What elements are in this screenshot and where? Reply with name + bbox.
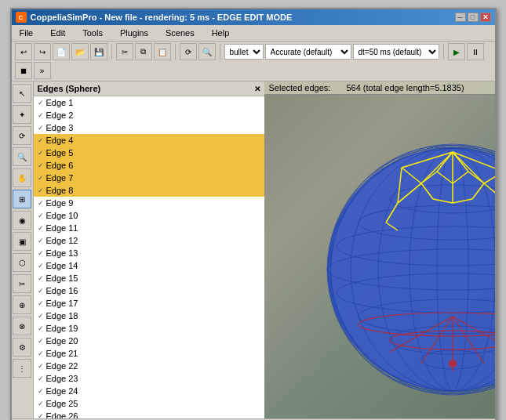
vtool-pan[interactable]: ✋ — [13, 168, 31, 187]
edge-list-close-button[interactable]: ✕ — [254, 85, 260, 93]
edge-list[interactable]: ✓Edge 1✓Edge 2✓Edge 3✓Edge 4✓Edge 5✓Edge… — [34, 96, 264, 418]
edge-item-18[interactable]: ✓Edge 18 — [34, 310, 264, 322]
vtool-face[interactable]: ▣ — [13, 232, 31, 251]
toolbar-redo[interactable]: ↪ — [34, 43, 51, 60]
menu-scenes[interactable]: Scenes — [161, 27, 199, 39]
edge-label-3: Edge 3 — [46, 123, 74, 132]
edge-check-26: ✓ — [38, 412, 44, 418]
toolbar-save[interactable]: 💾 — [90, 43, 107, 60]
toolbar-accurate-dropdown[interactable]: Accurate (default) — [265, 44, 351, 60]
vtool-extrude[interactable]: ⬡ — [13, 253, 31, 272]
edge-check-5: ✓ — [38, 149, 44, 157]
toolbar-stop[interactable]: ⏹ — [15, 62, 32, 79]
left-vertical-toolbar: ↖ ✦ ⟳ 🔍 ✋ ⊞ ◉ ▣ ⬡ ✂ ⊕ ⊗ ⚙ ⋮ — [12, 81, 34, 418]
minimize-button[interactable]: ─ — [455, 13, 466, 22]
vtool-zoom-view[interactable]: 🔍 — [13, 147, 31, 166]
menu-file[interactable]: File — [15, 27, 38, 39]
edge-check-12: ✓ — [38, 237, 44, 244]
edge-item-8[interactable]: ✓Edge 8 — [34, 184, 264, 197]
vtool-rotate-obj[interactable]: ⟳ — [13, 126, 31, 145]
edge-label-17: Edge 17 — [46, 299, 78, 308]
vtool-edge[interactable]: ⊞ — [13, 190, 31, 208]
edge-label-16: Edge 16 — [46, 286, 78, 295]
title-bar-left: C CoppeliaSimPro - New file - rendering:… — [16, 12, 293, 23]
vtool-select[interactable]: ↖ — [13, 84, 31, 103]
edge-check-17: ✓ — [38, 299, 44, 307]
edge-check-2: ✓ — [38, 111, 44, 119]
toolbar-new[interactable]: 📄 — [53, 43, 70, 60]
edge-label-19: Edge 19 — [46, 324, 78, 333]
edge-label-24: Edge 24 — [46, 386, 78, 396]
vtool-vertex[interactable]: ◉ — [13, 211, 31, 230]
menu-edit[interactable]: Edit — [46, 27, 70, 39]
edge-item-21[interactable]: ✓Edge 21 — [34, 347, 264, 360]
edge-label-14: Edge 14 — [46, 261, 78, 270]
toolbar-zoom[interactable]: 🔍 — [198, 43, 216, 60]
edge-item-11[interactable]: ✓Edge 11 — [34, 222, 264, 234]
edge-label-15: Edge 15 — [46, 273, 78, 283]
3d-viewport[interactable]: Selected edges: 564 (total edge length=5… — [264, 81, 495, 418]
toolbar-rotate[interactable]: ⟳ — [180, 43, 197, 60]
vtool-merge[interactable]: ⊕ — [13, 295, 31, 314]
edge-item-2[interactable]: ✓Edge 2 — [34, 109, 264, 121]
edge-check-24: ✓ — [38, 387, 44, 395]
edge-item-3[interactable]: ✓Edge 3 — [34, 121, 264, 134]
menu-tools[interactable]: Tools — [78, 27, 107, 39]
toolbar-undo[interactable]: ↩ — [15, 43, 32, 60]
toolbar-sep4 — [443, 44, 444, 60]
close-button[interactable]: ✕ — [480, 13, 491, 22]
edge-label-22: Edge 22 — [46, 361, 78, 371]
maximize-button[interactable]: □ — [468, 13, 479, 22]
menu-help[interactable]: Help — [207, 27, 235, 39]
toolbar-play[interactable]: ▶ — [448, 43, 465, 60]
vtool-split[interactable]: ⊗ — [13, 317, 31, 335]
edge-item-7[interactable]: ✓Edge 7 — [34, 172, 264, 184]
edge-check-25: ✓ — [38, 400, 44, 407]
edge-item-22[interactable]: ✓Edge 22 — [34, 360, 264, 372]
toolbar-pause[interactable]: ⏸ — [467, 43, 484, 60]
toolbar-open[interactable]: 📂 — [71, 43, 89, 60]
edge-item-10[interactable]: ✓Edge 10 — [34, 209, 264, 222]
edge-check-4: ✓ — [38, 136, 44, 144]
edge-item-12[interactable]: ✓Edge 12 — [34, 234, 264, 247]
toolbar-cut[interactable]: ✂ — [116, 43, 133, 60]
toolbar-dt-dropdown[interactable]: dt=50 ms (default) — [353, 44, 439, 60]
edge-item-17[interactable]: ✓Edge 17 — [34, 297, 264, 310]
edge-item-1[interactable]: ✓Edge 1 — [34, 96, 264, 109]
edge-item-6[interactable]: ✓Edge 6 — [34, 159, 264, 172]
edge-item-19[interactable]: ✓Edge 19 — [34, 322, 264, 335]
edge-item-9[interactable]: ✓Edge 9 — [34, 197, 264, 209]
edge-check-14: ✓ — [38, 262, 44, 270]
vtool-move[interactable]: ✦ — [13, 105, 31, 124]
screenshot-wrapper: C CoppeliaSimPro - New file - rendering:… — [0, 0, 506, 420]
edge-label-13: Edge 13 — [46, 248, 78, 258]
edge-check-10: ✓ — [38, 212, 44, 219]
toolbar-more[interactable]: » — [34, 62, 51, 79]
edge-list-header: Edges (Sphere) ✕ — [34, 81, 264, 96]
vtool-settings[interactable]: ⚙ — [13, 338, 31, 357]
sphere-body — [327, 148, 495, 391]
edge-item-25[interactable]: ✓Edge 25 — [34, 397, 264, 410]
vtool-extra[interactable]: ⋮ — [13, 359, 31, 378]
toolbar-bullet-dropdown[interactable]: bullet — [224, 44, 264, 60]
edge-item-20[interactable]: ✓Edge 20 — [34, 335, 264, 347]
main-area: ↖ ✦ ⟳ 🔍 ✋ ⊞ ◉ ▣ ⬡ ✂ ⊕ ⊗ ⚙ ⋮ Edges (Spher… — [12, 81, 495, 418]
edge-item-5[interactable]: ✓Edge 5 — [34, 147, 264, 159]
vtool-cut[interactable]: ✂ — [13, 274, 31, 293]
edge-item-16[interactable]: ✓Edge 16 — [34, 284, 264, 297]
toolbar-copy[interactable]: ⧉ — [135, 43, 152, 60]
edge-item-26[interactable]: ✓Edge 26 — [34, 410, 264, 418]
edge-item-23[interactable]: ✓Edge 23 — [34, 372, 264, 385]
edge-label-20: Edge 20 — [46, 336, 78, 346]
edge-check-9: ✓ — [38, 199, 44, 207]
menu-plugins[interactable]: Plugins — [115, 27, 153, 39]
menu-bar: File Edit Tools Plugins Scenes Help — [12, 25, 495, 42]
edge-label-2: Edge 2 — [46, 110, 74, 120]
edge-item-14[interactable]: ✓Edge 14 — [34, 259, 264, 272]
edge-item-15[interactable]: ✓Edge 15 — [34, 272, 264, 284]
edge-item-24[interactable]: ✓Edge 24 — [34, 385, 264, 397]
toolbar-paste[interactable]: 📋 — [154, 43, 171, 60]
edge-item-4[interactable]: ✓Edge 4 — [34, 134, 264, 147]
edge-label-26: Edge 26 — [46, 411, 78, 418]
edge-item-13[interactable]: ✓Edge 13 — [34, 247, 264, 259]
